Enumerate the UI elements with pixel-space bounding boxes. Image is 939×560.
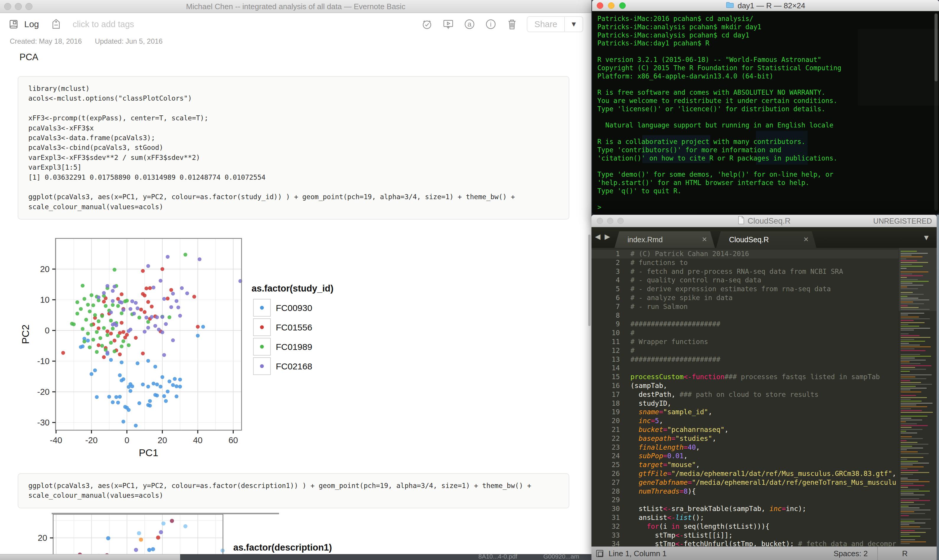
minimap-line [900, 378, 926, 379]
minimap-line [900, 279, 918, 280]
tab-index-rmd[interactable]: index.Rmd ✕ [614, 231, 715, 248]
minimap-line [900, 513, 925, 514]
minimap-line [900, 334, 908, 334]
window-title: Michael Chen -- integrated analysis of a… [0, 0, 591, 13]
unregistered-badge: UNREGISTERED [873, 215, 932, 227]
editor-code-line: 21 bucket="pcahanrnaseq", [591, 425, 937, 434]
cursor-position[interactable]: Line 1, Column 1 [609, 547, 667, 560]
svg-text:FC02168: FC02168 [276, 362, 312, 371]
note-meta: Created: May 18, 2016Updated: Jun 5, 201… [10, 37, 176, 45]
minimap-line [900, 350, 925, 351]
minimap-line [900, 388, 927, 389]
editor-code-line: 19 sname="sample_id", [591, 408, 937, 417]
indent-setting[interactable]: Spaces: 2 [834, 547, 868, 560]
terminal-line [597, 80, 841, 89]
code-block-pca[interactable]: library(mclust)acols<-mclust.options("cl… [18, 76, 569, 220]
tab-cloudseq-r[interactable]: CloudSeq.R ✕ [716, 231, 816, 248]
minimap-line [900, 346, 931, 347]
tab-prev-icon[interactable]: ◀ [595, 232, 600, 241]
note-heading[interactable]: PCA [20, 52, 39, 63]
terminal-line: Type 'demo()' for some demos, 'help()' f… [597, 171, 841, 179]
minimap-line [900, 536, 920, 537]
minimap-line [900, 274, 912, 274]
tag-icon[interactable] [49, 18, 63, 31]
svg-text:0: 0 [45, 326, 49, 335]
terminal-screen[interactable]: Patricks-iMac:2016 pcahan$ cd analysis/P… [592, 11, 939, 214]
editor-code-line: 12# [591, 346, 937, 355]
minimap-line [900, 322, 925, 323]
minimap-line [900, 416, 927, 417]
minimap-line [900, 446, 912, 447]
minimap-line [900, 329, 914, 331]
svg-text:FC01989: FC01989 [276, 342, 312, 352]
status-divider [877, 547, 878, 560]
minimap-line [900, 432, 917, 434]
minimap-line [900, 302, 913, 302]
svg-text:-40: -40 [50, 435, 62, 445]
minimap-line [900, 515, 909, 516]
minimap-line [900, 356, 931, 357]
minimap-line [900, 324, 908, 325]
annotate-icon[interactable]: a [463, 18, 476, 31]
desktop-artifact [858, 29, 939, 106]
minimap-line [900, 463, 929, 463]
minimap-line [900, 253, 928, 254]
trash-icon[interactable] [506, 18, 518, 31]
editor-window-title: CloudSeq.R [748, 217, 791, 226]
minimap-line [900, 318, 930, 319]
evernote-window: Michael Chen -- integrated analysis of a… [0, 0, 591, 560]
minimap-line [900, 474, 913, 475]
reminder-icon[interactable] [421, 18, 433, 31]
svg-text:as.factor(description1): as.factor(description1) [233, 542, 332, 552]
chevron-down-icon[interactable]: ▼ [565, 20, 583, 28]
minimap-line [900, 320, 914, 321]
terminal-line: R is free software and comes with ABSOLU… [597, 89, 841, 97]
minimap-line [900, 328, 930, 329]
code-editor[interactable]: 1# (C) Patrick Cahan 2014-20162# functio… [591, 248, 937, 546]
minimap-line [900, 275, 923, 276]
close-tab-icon[interactable]: ✕ [803, 236, 809, 243]
editor-code-line: 9###################### [591, 320, 937, 329]
tab-list-dropdown-icon[interactable]: ▼ [922, 233, 930, 242]
editor-code-line: 25 target="mouse", [591, 461, 937, 469]
info-icon[interactable]: i [484, 18, 497, 31]
terminal-line: 'citation()' on how to cite R or R packa… [597, 154, 841, 163]
close-tab-icon[interactable]: ✕ [702, 236, 707, 243]
terminal-scrollbar[interactable] [934, 13, 938, 211]
svg-text:-10: -10 [37, 357, 49, 366]
present-icon[interactable] [442, 18, 455, 31]
minimap-line [900, 408, 911, 409]
share-button-group: Share ▼ [527, 16, 583, 32]
minimap-line [900, 255, 911, 255]
share-button[interactable]: Share [527, 20, 564, 29]
tab-next-icon[interactable]: ▶ [604, 232, 610, 241]
notebook-icon[interactable] [7, 18, 20, 31]
minimap-line [900, 380, 910, 381]
minimap-line [900, 534, 910, 535]
minimap-line [900, 268, 907, 269]
editor-code-line: 30 stList<-sra_breakTable(sampTab, inc=i… [591, 505, 937, 513]
note-scrollbar[interactable] [588, 235, 591, 326]
minimap-line [900, 292, 913, 293]
minimap[interactable] [899, 248, 937, 546]
add-tags-field[interactable]: click to add tags [72, 20, 134, 29]
code-block-description[interactable]: ggplot(pcaVals3, aes(x=PC1, y=PC2, colou… [18, 473, 569, 508]
minimap-line [900, 487, 908, 488]
minimap-line [900, 258, 906, 259]
minimap-line [900, 341, 925, 342]
notebook-name[interactable]: Log [24, 19, 39, 29]
editor-code-line: 20 inc=5, [591, 417, 937, 425]
minimap-line [900, 511, 914, 512]
minimap-line [900, 313, 924, 314]
minimap-line [900, 294, 924, 295]
minimap-line [900, 389, 910, 390]
terminal-title: day1 — R — 82×24 [738, 1, 805, 10]
terminal-line [597, 195, 841, 203]
vintage-mode-icon[interactable] [596, 550, 603, 557]
minimap-line [900, 506, 908, 506]
editor-code-line: 10# [591, 329, 937, 337]
syntax-mode[interactable]: R [902, 547, 908, 560]
minimap-line [900, 345, 920, 346]
minimap-line [900, 449, 907, 450]
svg-text:FC00930: FC00930 [276, 303, 312, 313]
